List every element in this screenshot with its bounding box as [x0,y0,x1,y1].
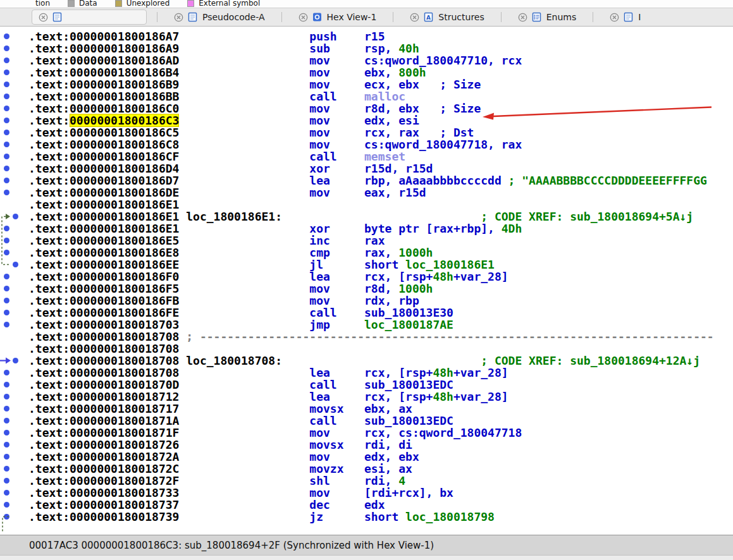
listing-line[interactable]: .text:00000001800186BB call malloc [0,90,733,102]
close-tab-icon[interactable] [299,13,308,22]
listing-line[interactable]: .text:00000001800186D7 lea rbp, aAaaabbb… [0,174,733,186]
listing-line[interactable]: .text:0000000180018739 jz short loc_1800… [0,511,733,523]
listing-token-op: [rdi+rcx], bx [364,486,453,499]
listing-line[interactable]: .text:00000001800186E1 loc_1800186E1: ; … [0,210,733,222]
breakpoint-dot[interactable] [4,454,9,460]
tab-i[interactable]: I [603,9,647,25]
breakpoint-dot[interactable] [13,214,18,219]
breakpoint-dot[interactable] [4,106,9,111]
tab-structures[interactable]: AStructures [403,9,490,25]
breakpoint-dot[interactable] [4,514,9,520]
listing-line[interactable]: .text:0000000180018708 loc_180018708: ; … [0,355,733,367]
line-text: .text:00000001800186EE jl short loc_1800… [28,259,495,271]
breakpoint-dot[interactable] [4,274,9,279]
listing-line[interactable]: .text:0000000180018708 ; ---------------… [0,331,733,343]
listing-line[interactable]: .text:00000001800186A7 push r15 [0,30,733,42]
listing-line[interactable]: .text:000000018001871A call sub_180013ED… [0,415,733,427]
line-text: .text:000000018001872F shl rdi, 4 [28,475,405,487]
listing-line[interactable]: .text:000000018001870D call sub_180013ED… [0,379,733,391]
close-tab-icon[interactable] [518,13,527,22]
close-tab-icon[interactable] [39,13,48,22]
listing-line[interactable]: .text:00000001800186FB mov rdx, rbp [0,295,733,307]
breakpoint-dot[interactable] [13,358,18,363]
listing-line[interactable]: .text:0000000180018737 dec edx [0,499,733,511]
listing-line[interactable]: .text:00000001800186C3 mov edx, esi [0,114,733,126]
listing-line[interactable]: .text:00000001800186C5 mov rcx, rax ; Ds… [0,126,733,138]
listing-line[interactable]: .text:000000018001872C movzx esi, ax [0,463,733,475]
breakpoint-dot[interactable] [4,466,9,472]
tab-hex-view-1[interactable]: Hex View-1 [292,9,383,25]
breakpoint-dot[interactable] [4,166,9,171]
breakpoint-dot[interactable] [4,250,9,255]
legend-label: tion [35,0,50,8]
listing-line[interactable]: .text:00000001800186E1 xor byte ptr [rax… [0,222,733,234]
breakpoint-dot[interactable] [4,226,9,231]
listing-line[interactable]: .text:00000001800186E8 cmp rax, 1000h [0,247,733,259]
listing-line[interactable]: .text:00000001800186CF call memset [0,150,733,162]
listing-token-op: rdi, [364,474,398,487]
listing-line[interactable]: .text:00000001800186A9 sub rsp, 40h [0,42,733,54]
close-tab-icon[interactable] [174,13,183,22]
breakpoint-dot[interactable] [4,130,9,135]
listing-token-addr: 00000001800186E8 [70,246,179,259]
listing-line[interactable]: .text:00000001800186E1 [0,198,733,210]
listing-line[interactable]: .text:00000001800186AD mov cs:qword_1800… [0,54,733,66]
breakpoint-dot[interactable] [4,190,9,195]
listing-line[interactable]: .text:00000001800186DE mov eax, r15d [0,186,733,198]
tab-pseudocode-a[interactable]: Pseudocode-A [168,9,271,25]
listing-token-mn: mov [309,282,364,295]
tab-ida-view[interactable] [32,9,147,25]
listing-line[interactable]: .text:0000000180018717 movsx ebx, ax [0,403,733,415]
breakpoint-dot[interactable] [4,394,9,399]
breakpoint-dot[interactable] [4,118,9,123]
listing-line[interactable]: .text:0000000180018712 lea rcx, [rsp+48h… [0,391,733,403]
listing-line[interactable]: .text:0000000180018733 mov [rdi+rcx], bx [0,487,733,499]
breakpoint-dot[interactable] [4,502,9,508]
listing-token-addr: 000000018001870D [70,378,179,391]
breakpoint-dot[interactable] [4,286,9,291]
breakpoint-dot[interactable] [4,322,9,327]
breakpoint-dot[interactable] [4,442,9,447]
breakpoint-dot[interactable] [4,33,9,39]
breakpoint-dot[interactable] [4,70,9,75]
breakpoint-dot[interactable] [4,82,9,87]
breakpoint-dot[interactable] [4,478,9,484]
listing-line[interactable]: .text:00000001800186FE call sub_180013E3… [0,307,733,319]
breakpoint-dot[interactable] [13,262,18,267]
breakpoint-dot[interactable] [4,382,9,387]
breakpoint-dot[interactable] [4,154,9,159]
breakpoint-dot[interactable] [4,94,9,99]
breakpoint-dot[interactable] [4,298,9,303]
close-tab-icon[interactable] [610,13,619,22]
listing-line[interactable]: .text:00000001800186C8 mov cs:qword_1800… [0,138,733,150]
listing-line[interactable]: .text:00000001800186D4 xor r15d, r15d [0,162,733,174]
close-tab-icon[interactable] [410,13,419,22]
listing-line[interactable]: .text:0000000180018726 movsx rdi, di [0,439,733,451]
breakpoint-dot[interactable] [4,142,9,147]
breakpoint-dot[interactable] [4,58,9,63]
tab-enums[interactable]: Enums [512,9,583,25]
listing-token-mn: mov [309,294,364,307]
listing-line[interactable]: .text:00000001800186F0 lea rcx, [rsp+48h… [0,271,733,283]
breakpoint-dot[interactable] [4,406,9,411]
listing-line[interactable]: .text:0000000180018708 [0,343,733,355]
listing-line[interactable]: .text:0000000180018703 jmp loc_1800187AE [0,319,733,331]
listing-line[interactable]: .text:00000001800186EE jl short loc_1800… [0,259,733,271]
listing-line[interactable]: .text:00000001800186F5 mov r8d, 1000h [0,283,733,295]
listing-line[interactable]: .text:00000001800186E5 inc rax [0,234,733,247]
breakpoint-dot[interactable] [4,178,9,183]
breakpoint-dot[interactable] [4,418,9,423]
listing-line[interactable]: .text:000000018001871F mov rcx, cs:qword… [0,427,733,439]
listing-line[interactable]: .text:00000001800186B4 mov ebx, 800h [0,66,733,78]
listing-line[interactable]: .text:0000000180018708 lea rcx, [rsp+48h… [0,367,733,379]
breakpoint-dot[interactable] [4,46,9,51]
listing-line[interactable]: .text:00000001800186B9 mov ecx, ebx ; Si… [0,78,733,90]
breakpoint-dot[interactable] [4,370,9,375]
breakpoint-dot[interactable] [4,238,9,243]
listing-line[interactable]: .text:00000001800186C0 mov r8d, ebx ; Si… [0,102,733,114]
listing-line[interactable]: .text:000000018001872F shl rdi, 4 [0,475,733,487]
breakpoint-dot[interactable] [4,490,9,496]
breakpoint-dot[interactable] [4,310,9,315]
breakpoint-dot[interactable] [4,430,9,435]
listing-line[interactable]: .text:000000018001872A mov edx, ebx [0,451,733,463]
